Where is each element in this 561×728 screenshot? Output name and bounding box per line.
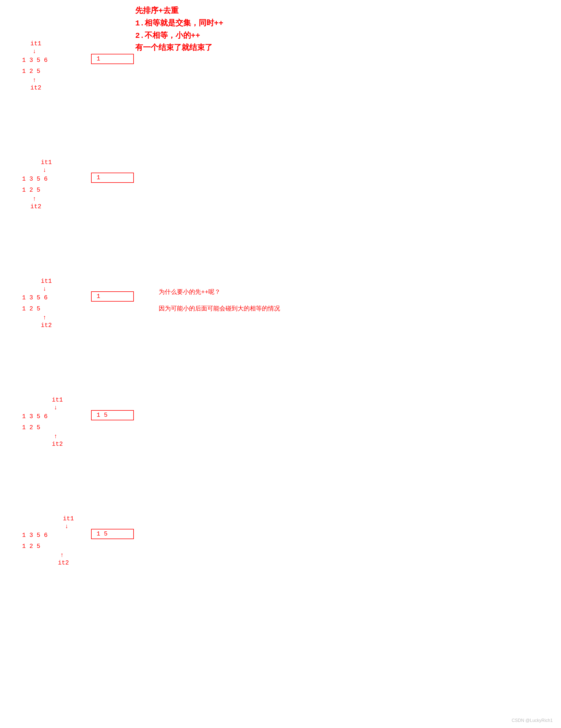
watermark: CSDN @LuckyRich1 <box>512 718 553 723</box>
step5-arr1: 1 3 5 6 <box>22 530 47 540</box>
step3-result-box: 1 <box>91 291 134 302</box>
header-block: 先排序+去重 1.相等就是交集，同时++ 2.不相等，小的++ 有一个结束了就结… <box>135 5 223 54</box>
step3-arr1: 1 3 5 6 <box>22 293 47 303</box>
step2-it2-label: it2 <box>30 202 41 212</box>
step2-result-box: 1 <box>91 173 134 183</box>
step2-arr2: 1 2 5 <box>22 185 40 195</box>
step4-it1-arrow: ↓ <box>54 403 57 413</box>
step1-result-box: 1 <box>91 54 134 64</box>
step3-arr2: 1 2 5 <box>22 304 40 314</box>
step2-arr1: 1 3 5 6 <box>22 174 47 184</box>
step3-note2: 因为可能小的后面可能会碰到大的相等的情况 <box>159 304 280 314</box>
header-line1: 先排序+去重 <box>135 5 223 17</box>
header-line2: 1.相等就是交集，同时++ <box>135 17 223 30</box>
step4-result-box: 1 5 <box>91 410 134 420</box>
header-line4: 有一个结束了就结束了 <box>135 42 223 54</box>
step1-arr1: 1 3 5 6 <box>22 55 47 65</box>
header-line3: 2.不相等，小的++ <box>135 30 223 42</box>
step5-it2-label: it2 <box>58 558 69 568</box>
step4-arr2: 1 2 5 <box>22 423 40 433</box>
step4-arr1: 1 3 5 6 <box>22 412 47 422</box>
step1-it2-label: it2 <box>30 83 41 93</box>
step5-it1-arrow: ↓ <box>65 521 68 532</box>
step3-it2-label: it2 <box>41 320 52 331</box>
step3-note1: 为什么要小的先++呢？ <box>159 287 221 297</box>
step4-it2-label: it2 <box>52 439 63 449</box>
step1-arr2: 1 2 5 <box>22 66 40 77</box>
step5-arr2: 1 2 5 <box>22 541 40 552</box>
step5-result-box: 1 5 <box>91 529 134 539</box>
